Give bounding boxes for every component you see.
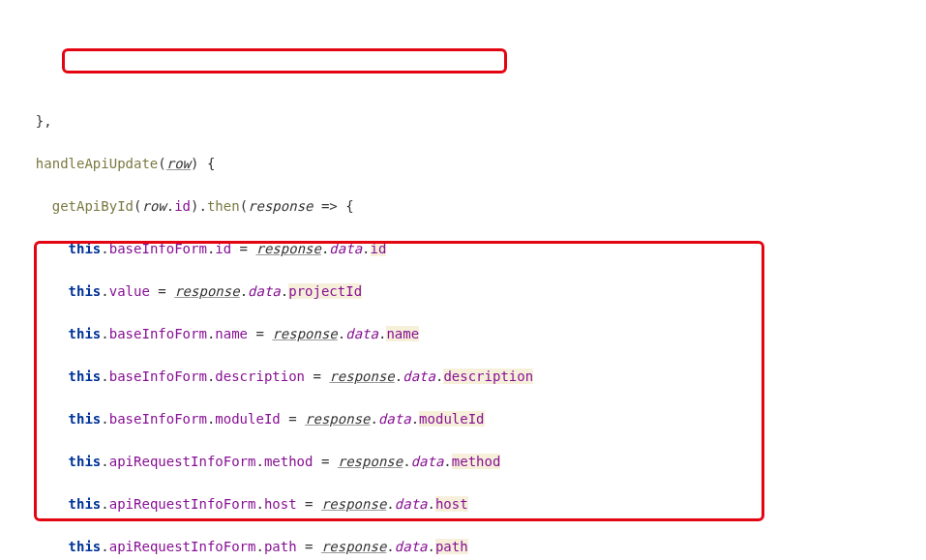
code-line: getApiById(row.id).then(response => { (0, 195, 926, 217)
annotation-box-1 (62, 48, 507, 74)
code-line: this.value = response.data.projectId (0, 280, 926, 302)
code-line: }, (0, 110, 926, 132)
code-line: this.baseInfoForm.name = response.data.n… (0, 323, 926, 344)
code-line: this.baseInfoForm.moduleId = response.da… (0, 408, 926, 429)
code-editor[interactable]: }, handleApiUpdate(row) { getApiById(row… (0, 89, 926, 560)
code-line: this.baseInfoForm.description = response… (0, 366, 926, 387)
code-line: handleApiUpdate(row) { (0, 153, 926, 174)
code-line: this.apiRequestInfoForm.method = respons… (0, 451, 926, 472)
code-line: this.baseInfoForm.id = response.data.id (0, 238, 926, 259)
code-line: this.apiRequestInfoForm.path = response.… (0, 536, 926, 557)
code-line: this.apiRequestInfoForm.host = response.… (0, 493, 926, 515)
